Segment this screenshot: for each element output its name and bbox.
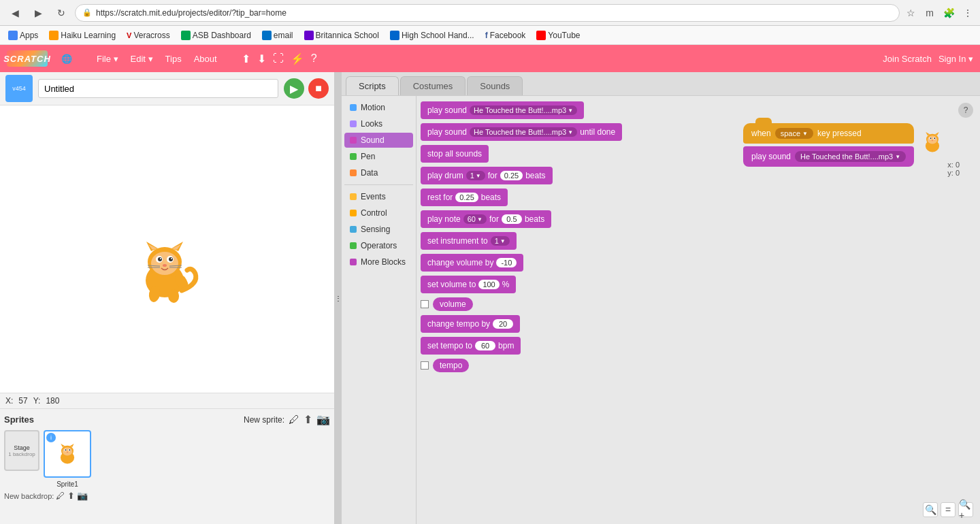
bookmark-youtube[interactable]: YouTube [532, 29, 584, 42]
set-tempo-block[interactable]: set tempo to 60 bpm [421, 337, 521, 355]
play-sound-block-1[interactable]: play sound He Touched the Butt!....mp3 [421, 101, 584, 119]
volume-reporter[interactable]: volume [433, 297, 473, 311]
bookmark-highschool[interactable]: High School Hand... [386, 29, 478, 42]
event-hat-block[interactable]: when space ▼ key pressed [743, 123, 914, 144]
bookmark-haiku[interactable]: Haiku Learning [45, 29, 120, 42]
change-volume-input[interactable]: -10 [496, 258, 517, 267]
play-note-duration-input[interactable]: 0.5 [502, 214, 522, 224]
forward-button[interactable]: ▶ [29, 3, 48, 22]
category-sound[interactable]: Sound [344, 133, 413, 148]
motion-color-dot [350, 104, 357, 111]
bookmark-veracross[interactable]: V Veracross [122, 29, 174, 42]
scratch-globe-icon[interactable]: 🌐 [56, 51, 78, 67]
star-button[interactable]: ☆ [904, 6, 917, 20]
set-tempo-input[interactable]: 60 [475, 341, 495, 350]
signin-link[interactable]: Sign In ▾ [938, 54, 973, 64]
change-volume-block[interactable]: change volume by -10 [421, 254, 523, 272]
category-moreblocks[interactable]: More Blocks [344, 255, 413, 269]
turbo-icon[interactable]: ⚡ [291, 52, 304, 65]
bookmark-britannica[interactable]: Britannica School [300, 29, 383, 42]
upload-backdrop-button[interactable]: ⬆ [67, 491, 75, 501]
play-note-dropdown[interactable]: 60 [463, 214, 487, 224]
category-sensing[interactable]: Sensing [344, 222, 413, 237]
play-drum-beats-input[interactable]: 0.25 [500, 171, 523, 180]
play-sound-1-dropdown[interactable]: He Touched the Butt!....mp3 [470, 105, 577, 115]
refresh-button[interactable]: ↻ [52, 3, 71, 22]
scratch-logo[interactable]: SCRATCH [7, 50, 48, 67]
bookmark-apps[interactable]: Apps [4, 29, 42, 42]
stage-item[interactable]: Stage 1 backdrop [4, 430, 39, 471]
script-canvas[interactable]: ? [702, 96, 980, 524]
stop-button[interactable]: ■ [308, 78, 329, 99]
paint-sprite-button[interactable]: 🖊 [289, 414, 299, 426]
address-bar[interactable]: 🔒 https://scratch.mit.edu/projects/edito… [75, 4, 900, 22]
svg-point-35 [928, 135, 937, 144]
play-sound-until-block[interactable]: play sound He Touched the Butt!....mp3 u… [421, 123, 622, 141]
fullscreen-icon[interactable]: ⛶ [273, 52, 284, 65]
event-key-dropdown[interactable]: space ▼ [775, 128, 813, 139]
set-instrument-block[interactable]: set instrument to 1 [421, 232, 517, 250]
bookmark-facebook[interactable]: f Facebook [481, 29, 530, 42]
set-volume-label: set volume to [427, 280, 476, 289]
bookmark-email[interactable]: email [258, 29, 297, 42]
canvas-sound-dropdown[interactable]: He Touched the Butt!....mp3 ▼ [795, 151, 906, 162]
set-volume-input[interactable]: 100 [478, 280, 499, 289]
set-volume-block[interactable]: set volume to 100 % [421, 276, 516, 293]
category-motion[interactable]: Motion [344, 100, 413, 115]
extensions-button[interactable]: 🧩 [942, 6, 956, 20]
back-button[interactable]: ◀ [5, 3, 24, 22]
file-menu[interactable]: File ▾ [91, 51, 124, 67]
category-pen[interactable]: Pen [344, 149, 413, 164]
change-tempo-block[interactable]: change tempo by 20 [421, 315, 520, 333]
scratch-toolbar-icons: ⬆ ⬇ ⛶ ⚡ ? [242, 52, 317, 65]
tips-menu[interactable]: Tips [160, 51, 187, 67]
rest-beats-input[interactable]: 0.25 [455, 193, 478, 202]
zoom-reset-button[interactable]: = [941, 502, 956, 517]
upload-icon[interactable]: ⬆ [242, 52, 250, 65]
join-scratch-link[interactable]: Join Scratch [883, 54, 932, 64]
resize-handle[interactable]: ⋮ [335, 72, 342, 524]
edit-menu[interactable]: Edit ▾ [125, 51, 159, 67]
bookmark-asb[interactable]: ASB Dashboard [177, 29, 255, 42]
camera-backdrop-button[interactable]: 📷 [77, 491, 88, 501]
tempo-reporter[interactable]: tempo [433, 359, 469, 372]
play-drum-dropdown[interactable]: 1 [466, 171, 485, 180]
set-instrument-dropdown[interactable]: 1 [491, 236, 510, 246]
camera-sprite-button[interactable]: 📷 [316, 413, 330, 426]
sprite1-item[interactable]: i [44, 430, 91, 478]
category-control[interactable]: Control [344, 206, 413, 220]
play-drum-label: play drum [427, 171, 463, 180]
bookmark-facebook-label: Facebook [490, 31, 526, 40]
play-sound-until-dropdown[interactable]: He Touched the Butt!....mp3 [470, 127, 577, 137]
tab-sounds[interactable]: Sounds [467, 76, 523, 95]
about-menu[interactable]: About [189, 51, 223, 67]
stop-sounds-block[interactable]: stop all sounds [421, 145, 489, 163]
category-operators[interactable]: Operators [344, 238, 413, 253]
zoom-out-button[interactable]: 🔍 [923, 502, 938, 517]
tab-costumes[interactable]: Costumes [400, 76, 466, 95]
green-flag-button[interactable]: ▶ [284, 78, 304, 99]
category-data[interactable]: Data [344, 165, 413, 180]
paint-backdrop-button[interactable]: 🖊 [56, 491, 65, 501]
volume-checkbox[interactable] [421, 300, 429, 308]
rest-block[interactable]: rest for 0.25 beats [421, 189, 508, 206]
tempo-checkbox[interactable] [421, 361, 429, 370]
download-icon[interactable]: ⬇ [257, 52, 266, 65]
change-tempo-input[interactable]: 20 [493, 319, 513, 329]
profile-button[interactable]: m [923, 6, 936, 20]
menu-button[interactable]: ⋮ [961, 6, 975, 20]
project-name-input[interactable] [38, 79, 278, 98]
canvas-x-coord: x: 0 [947, 161, 960, 169]
canvas-help-button[interactable]: ? [958, 103, 973, 118]
zoom-in-button[interactable]: 🔍+ [958, 502, 973, 517]
tab-scripts[interactable]: Scripts [346, 76, 399, 95]
help-icon[interactable]: ? [311, 52, 317, 65]
play-drum-block[interactable]: play drum 1 for 0.25 beats [421, 167, 553, 184]
play-sound-canvas-block[interactable]: play sound He Touched the Butt!....mp3 ▼ [743, 146, 914, 167]
events-color-dot [350, 193, 357, 200]
category-looks[interactable]: Looks [344, 116, 413, 131]
sprite-info-badge[interactable]: i [46, 433, 56, 442]
play-note-block[interactable]: play note 60 for 0.5 beats [421, 210, 551, 228]
upload-sprite-button[interactable]: ⬆ [304, 413, 312, 426]
category-events[interactable]: Events [344, 189, 413, 204]
